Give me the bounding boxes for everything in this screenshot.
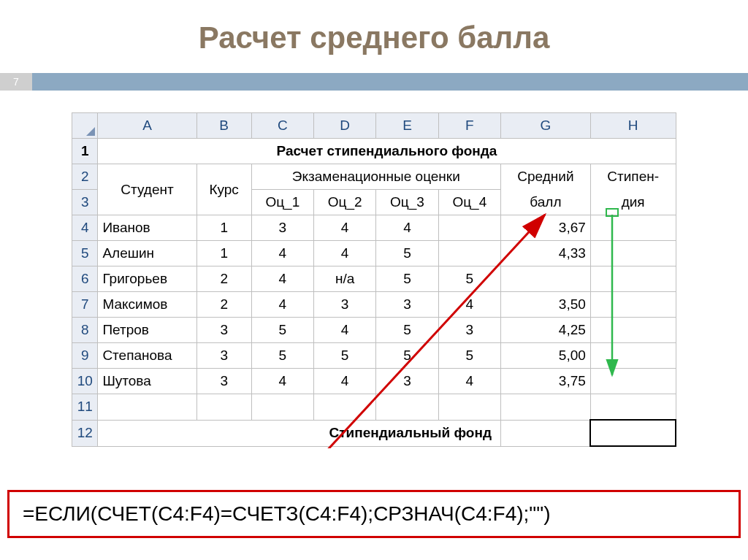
cell-avg[interactable] (501, 266, 591, 292)
row-header-7[interactable]: 7 (72, 292, 98, 318)
cell-g1[interactable]: 5 (251, 318, 313, 343)
cell[interactable] (251, 394, 313, 421)
row-header-2[interactable]: 2 (72, 164, 98, 190)
cell-avg[interactable]: 3,67 (501, 215, 591, 241)
col-A[interactable]: A (98, 113, 196, 139)
cell-course[interactable]: 1 (196, 241, 251, 266)
cell-g2[interactable]: 4 (313, 241, 375, 266)
cell-g4[interactable] (438, 241, 500, 266)
cell-g4[interactable] (438, 215, 500, 241)
row-header-11[interactable]: 11 (72, 394, 98, 421)
cell-stip[interactable] (590, 292, 676, 318)
cell-g2[interactable]: 4 (313, 369, 375, 394)
col-H[interactable]: H (590, 113, 676, 139)
col-G[interactable]: G (501, 113, 591, 139)
cell-stip[interactable] (590, 369, 676, 394)
cell-stip[interactable] (590, 343, 676, 369)
row-header-3[interactable]: 3 (72, 190, 98, 215)
cell-g2[interactable]: н/а (313, 266, 375, 292)
cell-g3[interactable]: 5 (376, 343, 438, 369)
cell-stip[interactable] (590, 215, 676, 241)
row-header-1[interactable]: 1 (72, 139, 98, 164)
cell-g1[interactable]: 4 (251, 266, 313, 292)
cell-g3[interactable]: 4 (376, 215, 438, 241)
cell-g1[interactable]: 4 (251, 292, 313, 318)
cell-name[interactable]: Иванов (98, 215, 196, 241)
cell-g1[interactable]: 4 (251, 241, 313, 266)
cell-name[interactable]: Шутова (98, 369, 196, 394)
header-g4[interactable]: Оц_4 (438, 190, 500, 215)
select-all-corner[interactable] (72, 113, 98, 139)
col-F[interactable]: F (438, 113, 500, 139)
col-B[interactable]: B (196, 113, 251, 139)
cell-g3[interactable]: 5 (376, 318, 438, 343)
footer-label[interactable]: Стипендиальный фонд (98, 420, 501, 446)
cell-g2[interactable]: 4 (313, 318, 375, 343)
cell-g2[interactable]: 4 (313, 215, 375, 241)
cell-g4[interactable]: 4 (438, 369, 500, 394)
cell-avg[interactable]: 3,75 (501, 369, 591, 394)
cell-course[interactable]: 1 (196, 215, 251, 241)
header-g1[interactable]: Оц_1 (251, 190, 313, 215)
cell-g2[interactable]: 5 (313, 343, 375, 369)
cell-g1[interactable]: 4 (251, 369, 313, 394)
cell-course[interactable]: 3 (196, 369, 251, 394)
cell-g4[interactable]: 3 (438, 318, 500, 343)
cell-name[interactable]: Григорьев (98, 266, 196, 292)
cell[interactable] (438, 394, 500, 421)
sheet-title[interactable]: Расчет стипендиального фонда (98, 139, 676, 164)
cell-g3[interactable]: 3 (376, 292, 438, 318)
cell-stip[interactable] (590, 318, 676, 343)
cell-g3[interactable]: 5 (376, 266, 438, 292)
header-grades-group[interactable]: Экзаменационные оценки (251, 164, 500, 190)
col-E[interactable]: E (376, 113, 438, 139)
header-g2[interactable]: Оц_2 (313, 190, 375, 215)
col-D[interactable]: D (313, 113, 375, 139)
row-header-12[interactable]: 12 (72, 420, 98, 446)
row-header-9[interactable]: 9 (72, 343, 98, 369)
row-header-8[interactable]: 8 (72, 318, 98, 343)
cell[interactable] (98, 394, 196, 421)
cell-g1[interactable]: 3 (251, 215, 313, 241)
cell[interactable] (590, 394, 676, 421)
cell-avg[interactable]: 4,33 (501, 241, 591, 266)
header-student[interactable]: Студент (98, 164, 196, 215)
header-g3[interactable]: Оц_3 (376, 190, 438, 215)
header-avg-top[interactable]: Средний (501, 164, 591, 190)
cell-g4[interactable]: 5 (438, 343, 500, 369)
cell-g4[interactable]: 4 (438, 292, 500, 318)
cell-name[interactable]: Петров (98, 318, 196, 343)
cell-stip[interactable] (590, 266, 676, 292)
cell-name[interactable]: Степанова (98, 343, 196, 369)
cell-avg[interactable]: 3,50 (501, 292, 591, 318)
row-header-4[interactable]: 4 (72, 215, 98, 241)
header-course[interactable]: Курс (196, 164, 251, 215)
cell-course[interactable]: 3 (196, 343, 251, 369)
row-header-10[interactable]: 10 (72, 369, 98, 394)
cell[interactable] (376, 394, 438, 421)
cell-avg[interactable]: 5,00 (501, 343, 591, 369)
cell-avg[interactable]: 4,25 (501, 318, 591, 343)
cell-course[interactable]: 2 (196, 292, 251, 318)
cell[interactable] (313, 394, 375, 421)
header-stip-top[interactable]: Стипен- (590, 164, 676, 190)
cell-g4[interactable]: 5 (438, 266, 500, 292)
row-header-6[interactable]: 6 (72, 266, 98, 292)
row-header-5[interactable]: 5 (72, 241, 98, 266)
header-stip-bot[interactable]: дия (590, 190, 676, 215)
col-C[interactable]: C (251, 113, 313, 139)
cell-g3[interactable]: 3 (376, 369, 438, 394)
cell-g1[interactable]: 5 (251, 343, 313, 369)
header-avg-bot[interactable]: балл (501, 190, 591, 215)
cell-name[interactable]: Алешин (98, 241, 196, 266)
cell-name[interactable]: Максимов (98, 292, 196, 318)
cell[interactable] (590, 420, 676, 446)
cell[interactable] (501, 394, 591, 421)
cell-stip[interactable] (590, 241, 676, 266)
cell-course[interactable]: 2 (196, 266, 251, 292)
cell[interactable] (196, 394, 251, 421)
cell-g3[interactable]: 5 (376, 241, 438, 266)
cell-g2[interactable]: 3 (313, 292, 375, 318)
cell[interactable] (501, 420, 591, 446)
cell-course[interactable]: 3 (196, 318, 251, 343)
